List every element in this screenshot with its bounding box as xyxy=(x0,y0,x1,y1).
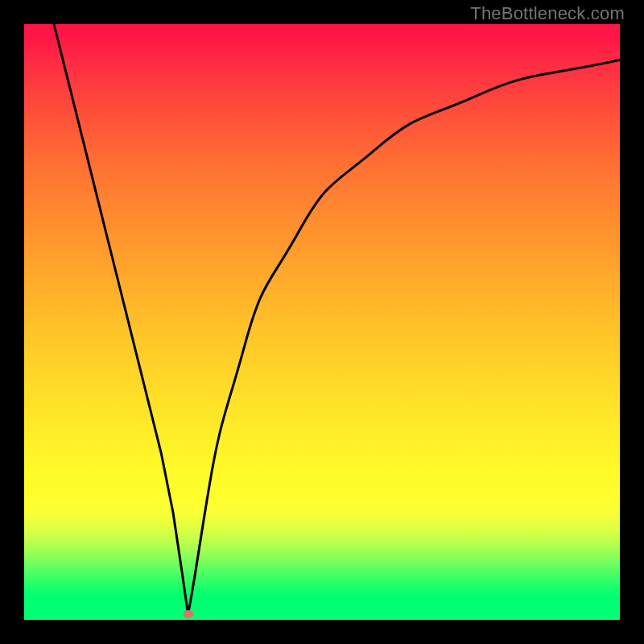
curve-left-branch xyxy=(54,24,188,614)
curve-right-branch xyxy=(188,60,621,613)
watermark-text: TheBottleneck.com xyxy=(470,3,625,24)
curve-layer xyxy=(24,24,620,620)
chart-frame: TheBottleneck.com xyxy=(0,0,644,644)
minimum-marker xyxy=(183,610,193,618)
plot-area xyxy=(24,24,620,620)
